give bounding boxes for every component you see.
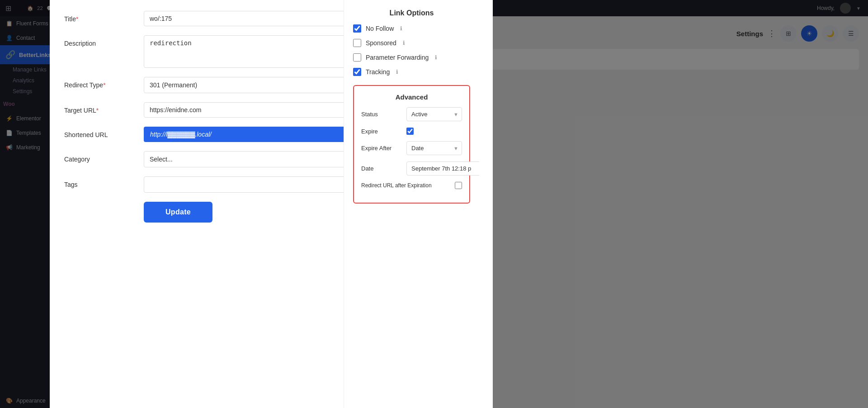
parameter-forwarding-row: Parameter Forwarding ℹ [353, 53, 470, 62]
tracking-info-icon[interactable]: ℹ [396, 69, 398, 75]
no-follow-checkbox[interactable] [353, 24, 361, 33]
parameter-forwarding-checkbox[interactable] [353, 53, 361, 62]
date-input[interactable] [406, 161, 479, 176]
date-row: Date [361, 161, 462, 176]
status-select[interactable]: Active Inactive [406, 107, 462, 121]
target-url-label: Target URL* [64, 102, 137, 114]
no-follow-info-icon[interactable]: ℹ [400, 25, 402, 32]
sponsored-checkbox[interactable] [353, 39, 361, 47]
tracking-row: Tracking ℹ [353, 68, 470, 76]
shortened-url-label: Shortened URL [64, 127, 137, 138]
advanced-title: Advanced [361, 93, 462, 101]
expire-after-label: Expire After [361, 145, 402, 152]
tags-label: Tags [64, 176, 137, 188]
advanced-section: Advanced Status Active Inactive ▼ Expire… [353, 85, 470, 204]
tracking-checkbox[interactable] [353, 68, 361, 76]
expire-after-row: Expire After Date Clicks ▼ [361, 141, 462, 155]
date-label: Date [361, 165, 402, 172]
sponsored-label: Sponsored [366, 39, 396, 47]
description-label: Description [64, 35, 137, 47]
redirect-url-expiration-row: Redirect URL after Expiration [361, 182, 462, 189]
parameter-forwarding-label: Parameter Forwarding [366, 54, 429, 61]
no-follow-label: No Follow [366, 25, 394, 32]
expire-after-select-wrapper: Date Clicks ▼ [406, 141, 462, 155]
status-select-wrapper: Active Inactive ▼ [406, 107, 462, 121]
right-panel: Link Options No Follow ℹ Sponsored ℹ Par… [344, 0, 479, 408]
link-options-title: Link Options [353, 9, 470, 17]
sponsored-info-icon[interactable]: ℹ [403, 40, 405, 46]
redirect-url-expiration-label: Redirect URL after Expiration [361, 182, 450, 189]
category-label: Category [64, 151, 137, 163]
expire-row: Expire [361, 128, 462, 135]
status-label: Status [361, 111, 402, 118]
update-spacer [64, 202, 137, 206]
tracking-label: Tracking [366, 68, 390, 76]
title-label: Title* [64, 11, 137, 23]
expire-label: Expire [361, 128, 402, 135]
status-row: Status Active Inactive ▼ [361, 107, 462, 121]
update-button[interactable]: Update [144, 202, 212, 223]
expire-checkbox[interactable] [406, 128, 414, 135]
sponsored-row: Sponsored ℹ [353, 39, 470, 47]
no-follow-row: No Follow ℹ [353, 24, 470, 33]
parameter-forwarding-info-icon[interactable]: ℹ [435, 54, 437, 61]
link-options-section: Link Options No Follow ℹ Sponsored ℹ Par… [353, 9, 470, 76]
redirect-url-expiration-checkbox[interactable] [455, 182, 462, 189]
expire-after-select[interactable]: Date Clicks [406, 141, 462, 155]
redirect-type-label: Redirect Type* [64, 77, 137, 89]
